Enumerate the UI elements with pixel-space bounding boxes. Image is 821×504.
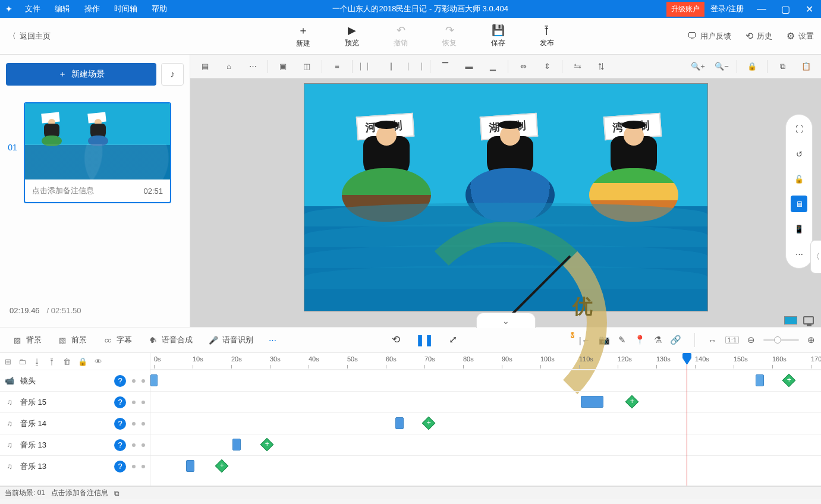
lane-music-13a[interactable] [150,434,821,455]
scene-thumbnail[interactable]: 点击添加备注信息 02:51 [24,102,171,203]
tab-subtitle[interactable]: ㏄字幕 [96,331,138,349]
dock-display-icon[interactable]: 🖥 [791,196,807,212]
align-v-top-icon[interactable]: ▔ [434,58,457,75]
dock-more-icon[interactable]: ⋯ [791,245,807,262]
add-keyframe-marker[interactable] [260,438,274,452]
tab-tts[interactable]: 🗣语音合成 [141,331,199,349]
playhead[interactable] [687,353,687,486]
status-copy-icon[interactable]: ⧉ [114,489,119,497]
right-panel-toggle[interactable]: 〈 [810,240,821,273]
ratio-button[interactable]: 1:1 [725,336,739,344]
track-head-music-13a[interactable]: ♫音乐 13? [0,434,150,455]
copy-icon[interactable]: ⧉ [771,58,794,75]
ungroup-icon[interactable]: ◫ [295,58,318,75]
tab-foreground[interactable]: ▧前景 [51,331,93,349]
zoom-slider[interactable] [763,339,799,341]
new-scene-button[interactable]: ＋ 新建场景 [6,63,156,86]
add-keyframe-marker[interactable] [215,459,229,473]
preview-button[interactable]: ▶预览 [328,24,376,48]
add-keyframe-marker[interactable] [625,395,639,409]
distribute-h-icon[interactable]: ⇔ [512,58,534,75]
menu-help[interactable]: 帮助 [144,0,174,18]
help-icon[interactable]: ? [114,396,126,408]
zoom-out-timeline-icon[interactable]: ⊖ [747,335,755,345]
tab-background[interactable]: ▨背景 [6,331,48,349]
group-icon[interactable]: ▣ [272,58,294,75]
add-track-icon[interactable]: ⊞ [5,357,11,366]
menu-edit[interactable]: 编辑 [48,0,77,18]
audio-clip[interactable] [232,439,241,451]
lane-music-14[interactable] [150,412,821,434]
lane-music-15[interactable] [150,391,821,412]
upgrade-badge[interactable]: 升级账户 [666,2,704,17]
clip[interactable] [756,374,764,386]
visibility-icon[interactable]: 👁 [95,357,102,366]
timeline-ruler[interactable]: 0s10s20s30s40s50s60s70s80s90s100s110s120… [150,353,821,370]
save-button[interactable]: 💾保存 [474,24,523,48]
lane-camera[interactable] [150,370,821,391]
publish-button[interactable]: ⭱发布 [523,24,571,48]
new-button[interactable]: ＋新建 [279,23,328,49]
fit-width-icon[interactable]: ↔ [708,335,717,345]
back-home-button[interactable]: 〈 返回主页 [0,31,59,42]
distribute-v-icon[interactable]: ⇕ [536,58,558,75]
more-icon[interactable]: ⋯ [241,58,264,75]
redo-button[interactable]: ↷恢复 [425,24,474,48]
help-icon[interactable]: ? [114,375,126,387]
audio-clip[interactable] [395,417,404,429]
import-icon[interactable]: ⭳ [33,357,41,366]
window-close-icon[interactable]: ✕ [797,4,821,15]
lock-icon[interactable]: 🔒 [741,58,763,75]
menu-file[interactable]: 文件 [18,0,48,18]
pin-icon[interactable]: 📍 [634,335,646,345]
audio-clip[interactable] [186,460,194,472]
panel-pull-handle[interactable]: ⌄ [476,313,536,328]
settings-button[interactable]: ⚙设置 [779,30,821,42]
align-h-center-icon[interactable]: ⎹⎸ [380,58,402,75]
lane-music-13b[interactable] [150,455,821,477]
add-keyframe-marker[interactable] [422,417,436,430]
track-head-music-13b[interactable]: ♫音乐 13? [0,455,150,477]
scene-note-placeholder[interactable]: 点击添加备注信息 [32,185,94,196]
music-library-button[interactable]: ♪ [161,63,184,86]
tab-more-icon[interactable]: ⋯ [263,332,282,348]
edit-icon[interactable]: ✎ [618,335,626,345]
zoom-in-icon[interactable]: 🔍+ [687,58,709,75]
paste-icon[interactable]: 📋 [795,58,817,75]
dock-unlock-icon[interactable]: 🔓 [791,171,807,187]
clip[interactable] [150,374,158,386]
zoom-out-icon[interactable]: 🔍− [710,58,733,75]
timeline-rewind-icon[interactable]: ⟲ [392,333,400,346]
align-h-right-icon[interactable]: ⎸⎹ [404,58,426,75]
add-keyframe-marker[interactable] [782,374,796,388]
track-head-music-14[interactable]: ♫音乐 14? [0,412,150,434]
history-button[interactable]: ⟲历史 [738,30,779,42]
undo-button[interactable]: ↶撤销 [376,24,425,48]
layer-panel-icon[interactable]: ▤ [194,58,216,75]
preview-mode-switch[interactable] [784,316,814,325]
align-h-left-icon[interactable]: ⎸⎸ [356,58,379,75]
dock-mobile-icon[interactable]: 📱 [791,220,807,237]
flip-v-icon[interactable]: ⮁ [590,58,612,75]
menu-action[interactable]: 操作 [77,0,107,18]
zoom-in-timeline-icon[interactable]: ⊕ [807,335,815,345]
menu-timeline[interactable]: 时间轴 [107,0,144,18]
flip-h-icon[interactable]: ⮀ [566,58,589,75]
home-icon[interactable]: ⌂ [218,58,240,75]
status-note[interactable]: 点击添加备注信息 [51,488,108,498]
dock-fullscreen-icon[interactable]: ⛶ [791,121,807,137]
delete-icon[interactable]: 🗑 [63,357,71,366]
window-minimize-icon[interactable]: — [750,4,773,14]
export-icon[interactable]: ⭱ [48,357,56,366]
folder-icon[interactable]: 🗀 [18,357,26,366]
login-link[interactable]: 登录/注册 [704,4,750,14]
audio-clip[interactable] [581,396,603,408]
window-maximize-icon[interactable]: ▢ [773,4,797,15]
align-v-bottom-icon[interactable]: ▁ [482,58,504,75]
feedback-button[interactable]: 🗨用户反馈 [680,31,738,42]
align-v-middle-icon[interactable]: ▬ [458,58,480,75]
canvas-stage[interactable]: 河长制 湖长制 湾长制 优 [304,83,708,311]
help-icon[interactable]: ? [114,461,126,472]
align-left-icon[interactable]: ≡ [326,58,348,75]
help-icon[interactable]: ? [114,439,126,451]
